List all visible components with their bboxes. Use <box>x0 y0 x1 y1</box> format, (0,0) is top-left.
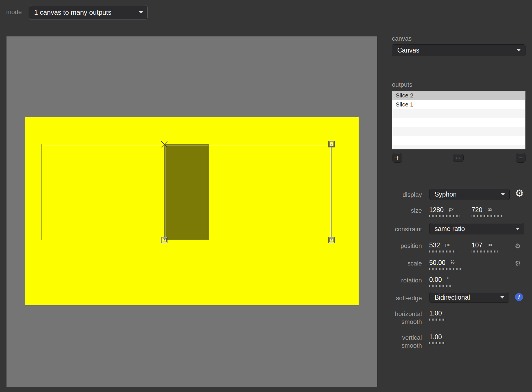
resize-handle-top-right[interactable] <box>329 141 334 147</box>
rotation-field[interactable]: 0.00° <box>429 276 453 287</box>
outputs-section-label: outputs <box>392 81 412 88</box>
output-item[interactable]: Slice 1 <box>392 100 525 109</box>
rotation-row: rotation 0.00° <box>392 276 526 294</box>
horizontal-smooth-field[interactable]: 1.00 <box>429 310 446 321</box>
mode-label: mode <box>6 8 22 16</box>
constraint-dropdown[interactable]: same ratio <box>429 223 524 234</box>
output-item-selected[interactable]: Slice 2 <box>392 91 525 100</box>
scale-value: 50.00 <box>429 259 446 266</box>
resize-handle-inner <box>163 239 166 241</box>
scale-row: scale 50.00% ⚙ <box>392 259 526 277</box>
vertical-smooth-value: 1.00 <box>429 333 442 341</box>
list-empty-row <box>392 136 525 145</box>
size-label: size <box>392 207 422 215</box>
chevron-down-icon <box>501 193 505 195</box>
constraint-label: constraint <box>392 225 422 233</box>
chevron-down-icon <box>139 11 143 14</box>
horizontal-smooth-value: 1.00 <box>429 310 442 317</box>
position-x-value: 532 <box>429 241 440 249</box>
display-label: display <box>392 191 422 199</box>
vertical-smooth-field[interactable]: 1.00 <box>429 333 446 344</box>
position-x-field[interactable]: 532px <box>429 241 456 252</box>
drag-rail <box>472 251 498 252</box>
constraint-row: constraint same ratio <box>392 223 526 241</box>
size-width-value: 1280 <box>429 206 444 214</box>
list-empty-row <box>392 145 525 149</box>
position-settings-gear-icon[interactable]: ⚙ <box>515 242 521 250</box>
soft-edge-label: soft-edge <box>392 294 422 302</box>
drag-rail <box>429 251 456 252</box>
drag-rail <box>472 215 503 217</box>
drag-rail <box>429 342 446 344</box>
app-window: mode 1 canvas to many outputs canvas Can… <box>0 0 532 392</box>
drag-rail <box>429 285 453 287</box>
position-row: position 532px 107px ⚙ <box>392 241 526 260</box>
size-height-field[interactable]: 720px <box>472 206 503 217</box>
scale-unit: % <box>451 260 455 265</box>
scale-label: scale <box>392 260 422 267</box>
soft-edge-dropdown[interactable]: Bidirectional <box>429 292 509 303</box>
resize-handle-bottom-left[interactable] <box>162 237 167 243</box>
outputs-list[interactable]: Slice 2 Slice 1 <box>392 91 526 149</box>
position-y-value: 107 <box>472 241 482 249</box>
remove-output-button[interactable]: − <box>516 153 526 163</box>
canvas-dropdown-value: Canvas <box>392 47 517 54</box>
chevron-down-icon <box>516 228 520 230</box>
display-dropdown-value: Syphon <box>429 191 501 198</box>
list-empty-row <box>392 127 525 136</box>
size-width-unit: px <box>449 207 453 212</box>
size-height-value: 720 <box>472 206 482 214</box>
position-y-field[interactable]: 107px <box>472 241 498 252</box>
drag-rail <box>429 215 460 217</box>
horizontal-smooth-label: horizontal smooth <box>392 310 422 326</box>
drag-rail <box>429 319 446 321</box>
mode-dropdown[interactable]: 1 canvas to many outputs <box>29 5 148 20</box>
resize-handle-inner <box>330 143 333 146</box>
size-row: size 1280px 720px <box>392 206 526 224</box>
display-row: display Syphon ⚙ <box>392 189 526 207</box>
scale-settings-gear-icon[interactable]: ⚙ <box>515 260 521 267</box>
rotation-unit: ° <box>447 277 449 282</box>
horizontal-smooth-row: horizontal smooth 1.00 <box>392 310 526 328</box>
resize-handle-bottom-right[interactable] <box>329 237 334 243</box>
chevron-down-icon <box>517 49 521 51</box>
scale-field[interactable]: 50.00% <box>429 259 461 270</box>
drag-rail <box>429 268 461 270</box>
resize-handle-inner <box>330 239 333 241</box>
canvas-dropdown[interactable]: Canvas <box>392 44 526 56</box>
close-x-icon[interactable] <box>161 141 168 148</box>
list-empty-row <box>392 109 525 118</box>
add-output-button[interactable]: + <box>393 153 402 163</box>
more-options-button[interactable]: ••• <box>453 154 464 162</box>
soft-edge-row: soft-edge Bidirectional i <box>392 292 526 310</box>
slice-2-selection[interactable] <box>164 144 332 240</box>
soft-edge-dropdown-value: Bidirectional <box>429 294 500 301</box>
display-dropdown[interactable]: Syphon <box>429 189 510 200</box>
mode-dropdown-value: 1 canvas to many outputs <box>29 8 139 16</box>
constraint-dropdown-value: same ratio <box>429 225 516 233</box>
vertical-smooth-label: vertical smooth <box>392 334 422 350</box>
vertical-smooth-row: vertical smooth 1.00 <box>392 333 526 351</box>
list-empty-row <box>392 118 525 127</box>
preview-stage[interactable] <box>6 36 377 387</box>
rotation-label: rotation <box>392 276 422 284</box>
display-settings-gear-icon[interactable]: ⚙ <box>515 188 524 199</box>
size-height-unit: px <box>487 207 492 212</box>
position-x-unit: px <box>445 242 450 247</box>
canvas-section-label: canvas <box>392 35 412 42</box>
info-icon[interactable]: i <box>515 293 523 301</box>
size-width-field[interactable]: 1280px <box>429 206 460 217</box>
inspector-panel: canvas Canvas outputs Slice 2 Slice 1 + … <box>392 0 526 392</box>
position-y-unit: px <box>487 242 492 247</box>
rotation-value: 0.00 <box>429 276 442 283</box>
chevron-down-icon <box>500 296 504 299</box>
position-label: position <box>392 242 422 250</box>
